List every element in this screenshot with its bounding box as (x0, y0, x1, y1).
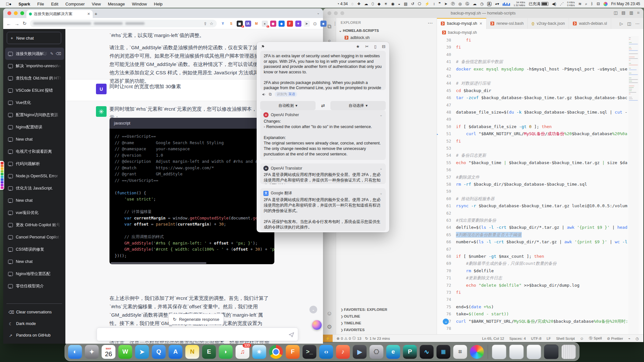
dock-icon-music-app[interactable]: ♫133 (236, 345, 250, 359)
screenshot-scissors-icon[interactable]: ✂ (365, 44, 369, 49)
sidebar-item-17[interactable]: New chat (5, 255, 64, 268)
section-body[interactable]: 2FA 是登录网站或应用程序时使用的额外安全层。使用 2FA，您必须使用您的用户… (260, 197, 386, 231)
bookmark-star-icon[interactable]: ☆ (210, 21, 213, 26)
sidebar-item-5[interactable]: 配置Nginx访问静态资源 (5, 109, 64, 121)
ext-ia[interactable]: IA (245, 21, 251, 27)
spiral-icon[interactable]: ◌ (351, 2, 354, 6)
sidebar-item-8[interactable]: 电视尺寸和观看距离 (5, 145, 64, 158)
chat-input[interactable] (97, 328, 298, 341)
pin-icon[interactable] (260, 44, 265, 49)
editor-more-icon[interactable]: ⋯ (635, 21, 639, 26)
ext-pin[interactable]: ➤ (304, 21, 310, 27)
sidebar-item-6[interactable]: Nginx配置错误 (5, 121, 64, 133)
section-body[interactable]: Changes: - Removed the colon after "to d… (260, 118, 386, 159)
creative-cloud-icon[interactable]: ◎ (459, 2, 462, 6)
dictionary-book-icon[interactable]: ▯ (374, 44, 376, 49)
dock-icon-color-wheel[interactable] (470, 345, 484, 359)
notifications-bell-icon[interactable]: ◷ (636, 336, 639, 341)
editor-tab-v2ray-back.json[interactable]: {}v2ray-back.json (528, 18, 569, 29)
upload-cloud-icon[interactable]: ☁ (443, 319, 449, 325)
chevron-down-icon[interactable]: ⌄ (380, 166, 383, 171)
sidebar-item-14[interactable]: 更改 GitHub Copilot 账号 (5, 219, 64, 231)
dock-icon-keyboard-app[interactable]: ⌗ (453, 345, 467, 359)
scroll-to-bottom-button[interactable]: ⌄ (309, 306, 317, 313)
account-circle-icon[interactable]: ◉ (391, 2, 394, 6)
wifi-icon[interactable]: ≋ (578, 2, 582, 6)
g-circle-icon[interactable]: Ⓖ (465, 1, 469, 7)
toggle-panel-icon[interactable]: ▤ (621, 10, 625, 15)
delete-trash-icon[interactable]: ⌫ (56, 51, 61, 56)
dock-icon-app-store[interactable]: A (169, 345, 183, 359)
address-bar[interactable]: ⇧ ☆ (30, 20, 217, 27)
ext-shield[interactable]: ◆ (279, 21, 285, 27)
menu-item-help[interactable]: Help (154, 2, 163, 6)
dock-icon-pycharm[interactable]: P (403, 345, 417, 359)
code-content[interactable]: // ==UserScript==// @name Google Search … (109, 129, 274, 262)
indentation[interactable]: Spaces: 4 (509, 337, 526, 340)
explorer-root-folder[interactable]: ⌄ HOMELAB-SCRIPTS (339, 28, 379, 33)
menu-item-view[interactable]: View (92, 2, 101, 6)
settings-gear-icon[interactable]: ⚙ (323, 320, 336, 333)
cast-icon[interactable]: ⌁ (628, 336, 630, 341)
prettier-status[interactable]: ⊘ Prettier (607, 336, 623, 341)
oval-app-icon[interactable]: ⬯ (372, 2, 374, 6)
alarm-icon[interactable]: ◷ (480, 2, 483, 6)
new-tab-button[interactable]: + (93, 11, 99, 17)
remote-indicator[interactable]: ⚡ (323, 335, 333, 342)
dock-icon-system-wheel[interactable]: ⎔ (370, 345, 384, 359)
wheel-icon[interactable]: ⎔ (418, 2, 421, 6)
menu-clock[interactable]: Fri May 26 23:45 (611, 2, 640, 6)
breadcrumb[interactable]: ❯ backup-mysql.sh (437, 29, 643, 36)
mask-icon[interactable]: ◒ (398, 2, 400, 6)
ext-dark-badge[interactable]: ▣1 (237, 21, 243, 27)
split-editor-icon[interactable]: ◫ (627, 21, 631, 26)
toggle-sidebar-icon[interactable]: ◫ (614, 10, 618, 15)
ext-camera[interactable]: ◉ (270, 21, 276, 27)
parking-icon[interactable]: Ⓟ (451, 1, 455, 7)
toggle-secondary-icon[interactable]: ▥ (629, 10, 633, 15)
evernote-icon[interactable]: ◆ (377, 2, 380, 6)
footer-moon[interactable]: ☾Dark mode (5, 318, 63, 330)
sidebar-item-19[interactable]: 零信任模型简介 (5, 280, 64, 292)
circle-dropdown-icon[interactable]: ◕▾ (495, 2, 499, 6)
dock-icon-eq-app[interactable]: ∿ (420, 345, 434, 359)
code-horizontal-scrollbar[interactable] (109, 262, 274, 264)
panel-favorites-explorer[interactable]: FAVORITES: EXPLORER (336, 306, 437, 313)
dock-icon-wechat[interactable]: W (118, 345, 132, 359)
siri-icon[interactable] (603, 2, 608, 6)
ext-metamask[interactable]: M (253, 21, 260, 27)
dock-icon-eq-app-2[interactable]: ≣ (437, 345, 450, 359)
network-speed[interactable]: 34 KB/s1.52 MB/s (514, 1, 525, 7)
tab-search-chevron-icon[interactable]: ⌄ (317, 11, 320, 15)
vscode-layout-icons[interactable]: ◫ ▤ ▥ ⌗ (614, 10, 639, 15)
minimap[interactable] (628, 36, 639, 335)
edit-pencil-icon[interactable]: ✎ (50, 51, 53, 56)
account-icon[interactable]: ☺ (323, 307, 336, 320)
run-button[interactable]: ▷ (620, 21, 623, 26)
dock-icon-launchpad[interactable]: ✦ (85, 345, 99, 359)
display-icon[interactable]: ⊟ (597, 2, 600, 6)
battery-status[interactable]: 已充满 (529, 1, 548, 7)
pointer-icon[interactable]: ➤ (444, 2, 448, 6)
eol[interactable]: LF (546, 337, 551, 340)
dock-icon-finder[interactable]: ◐ (68, 345, 82, 359)
sidebar-item-9[interactable]: 代码问题解析 (5, 158, 64, 170)
ext-frame[interactable]: ▢ (312, 21, 318, 27)
sidebar-item-13[interactable]: vue项目优化 (5, 207, 64, 219)
cpu-meter[interactable] (503, 2, 510, 6)
layout-customize-icon[interactable]: ⌗ (637, 10, 639, 15)
dock-icon-evernote[interactable]: E (202, 345, 216, 359)
back-icon[interactable]: ← (6, 21, 11, 26)
chevron-down-icon[interactable]: ⌄ (380, 113, 383, 117)
menu-item-edit[interactable]: Edit (51, 2, 58, 6)
chevron-down-icon[interactable]: ⌄ (380, 191, 383, 195)
new-chat-button[interactable]: + New chat (7, 32, 61, 44)
menu-item-window[interactable]: Window (132, 2, 147, 6)
sidebar-item-11[interactable]: 优化方法 JavaScript. (5, 182, 64, 194)
editor-tab-renew-ssl.bash[interactable]: ❯renew-ssl.bash (487, 18, 528, 29)
battery-charging-icon[interactable]: ⚡ (425, 2, 430, 6)
panel-outline[interactable]: OUTLINE (336, 313, 437, 320)
ext-f[interactable]: F (287, 21, 293, 27)
cursor-position[interactable]: Ln 65, Col 12 (482, 337, 504, 340)
ext-avatar[interactable]: ☻ (320, 21, 327, 27)
